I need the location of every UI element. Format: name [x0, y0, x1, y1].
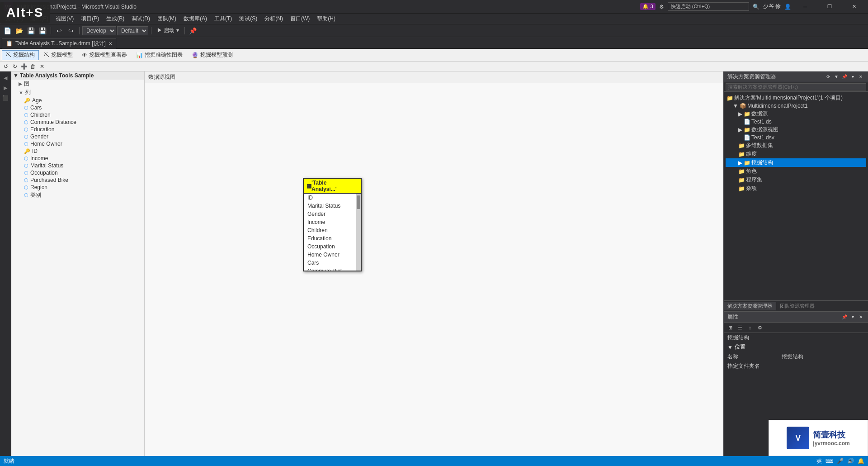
se-item-project[interactable]: ▼ 📦 MultidimensionalProject1 [726, 102, 866, 109]
props-grid-btn[interactable]: ⊞ [726, 323, 735, 332]
quick-launch[interactable]: 快速启动 (Ctrl+Q) [668, 2, 749, 11]
mining-model-btn[interactable]: ⛏ 挖掘模型 [40, 50, 77, 60]
props-close-btn[interactable]: ✕ [857, 314, 864, 321]
tab-close-button[interactable]: ✕ [108, 41, 112, 46]
tree-item-marital[interactable]: ⬡ Marital Status [11, 162, 144, 169]
tree-item-age[interactable]: 🔑 Age [11, 97, 144, 104]
config-dropdown[interactable]: Develop [82, 26, 116, 35]
se-filter-btn[interactable]: ▼ [833, 73, 840, 81]
popup-row-id[interactable]: ID [304, 194, 361, 202]
tree-item-income[interactable]: ⬡ Income [11, 155, 144, 162]
tree-item-gender[interactable]: ⬡ Gender [11, 133, 144, 140]
minimize-button[interactable]: ─ [795, 0, 816, 14]
search-icon[interactable]: 🔍 [753, 4, 760, 10]
redo-btn[interactable]: ↪ [66, 26, 76, 36]
tree-item-commute[interactable]: ⬡ Commute Distance [11, 119, 144, 126]
refresh-btn[interactable]: ↺ [2, 62, 10, 71]
mining-predict-btn[interactable]: 🔮 挖掘模型预测 [188, 50, 237, 60]
tree-section-graph[interactable]: ▶ 图 [11, 80, 144, 88]
tree-section-columns[interactable]: ▼ 列 [11, 88, 144, 97]
menu-project[interactable]: 项目(P) [77, 14, 103, 24]
mining-viewer-btn[interactable]: 👁 挖掘模型查看器 [78, 50, 131, 60]
settings-icon[interactable]: ⚙ [659, 4, 664, 10]
se-item-miningstructure[interactable]: ▶ 📁 挖掘结构 [726, 158, 866, 167]
delete-item-btn[interactable]: 🗑 [29, 62, 37, 71]
menu-team[interactable]: 团队(M) [154, 14, 180, 24]
popup-row-gender[interactable]: Gender [304, 210, 361, 218]
se-dropdown-btn[interactable]: ▾ [849, 73, 856, 81]
popup-table-rows[interactable]: ID Marital Status Gender Income Children… [304, 194, 361, 271]
menu-database[interactable]: 数据库(A) [180, 14, 211, 24]
menu-build[interactable]: 生成(B) [103, 14, 128, 24]
se-item-assembly[interactable]: 📁 程序集 [726, 176, 866, 184]
tree-item-id[interactable]: 🔑 ID [11, 147, 144, 155]
se-item-misc[interactable]: 📁 杂项 [726, 184, 866, 193]
se-item-datasource[interactable]: ▶ 📁 数据源 [726, 109, 866, 118]
tree-item-occupation[interactable]: ⬡ Occupation [11, 169, 144, 176]
popup-row-commute[interactable]: Commute Dist... [304, 267, 361, 271]
props-sort-btn[interactable]: ↕ [745, 323, 755, 332]
redo-sub-btn[interactable]: ↻ [11, 62, 19, 71]
save-all-btn[interactable]: 💾 [37, 26, 48, 36]
popup-row-children[interactable]: Children [304, 226, 361, 234]
mining-accuracy-btn[interactable]: 📊 挖掘准确性图表 [132, 50, 187, 60]
tab-solution-explorer[interactable]: 解决方案资源管理器 [724, 302, 776, 310]
popup-row-income[interactable]: Income [304, 218, 361, 226]
sidebar-icon-3[interactable]: ⬛ [1, 93, 10, 102]
tree-item-homeowner[interactable]: ⬡ Home Owner [11, 140, 144, 147]
tree-item-purchasedbike[interactable]: ⬡ Purchased Bike [11, 176, 144, 184]
se-item-datasourceview[interactable]: ▶ 📁 数据源视图 [726, 125, 866, 134]
se-item-test1ds[interactable]: 📄 Test1.ds [726, 118, 866, 125]
props-pin-btn[interactable]: 📌 [841, 314, 848, 321]
menu-window[interactable]: 窗口(W) [287, 14, 313, 24]
menu-help[interactable]: 帮助(H) [313, 14, 339, 24]
se-item-role[interactable]: 📁 角色 [726, 167, 866, 176]
popup-row-education[interactable]: Education [304, 234, 361, 243]
menu-debug[interactable]: 调试(D) [128, 14, 154, 24]
tree-item-children[interactable]: ⬡ Children [11, 111, 144, 119]
close-sub-btn[interactable]: ✕ [38, 62, 46, 71]
menu-tools[interactable]: 工具(T) [211, 14, 236, 24]
props-value-folder[interactable] [778, 362, 868, 371]
se-search-input[interactable] [726, 83, 866, 90]
se-item-multidim[interactable]: 📁 多维数据集 [726, 141, 866, 150]
menu-test[interactable]: 测试(S) [236, 14, 261, 24]
popup-row-cars[interactable]: Cars [304, 259, 361, 267]
tree-item-education[interactable]: ⬡ Education [11, 126, 144, 133]
popup-row-occupation[interactable]: Occupation [304, 243, 361, 251]
restore-button[interactable]: ❐ [819, 0, 840, 14]
new-btn[interactable]: 📄 [2, 26, 13, 36]
close-button[interactable]: ✕ [844, 0, 864, 14]
popup-scrollbar[interactable] [356, 194, 361, 271]
se-pin-btn[interactable]: 📌 [841, 73, 848, 81]
tab-team-explorer[interactable]: 团队资源管理器 [776, 302, 818, 310]
tree-item-region[interactable]: ⬡ Region [11, 184, 144, 191]
save-btn[interactable]: 💾 [25, 26, 36, 36]
platform-dropdown[interactable]: Default [117, 26, 148, 35]
tree-item-category[interactable]: ⬡ 类别 [11, 191, 144, 200]
menu-view[interactable]: 视图(V) [52, 14, 77, 24]
se-sync-btn[interactable]: ⟳ [825, 73, 832, 81]
pin-btn[interactable]: 📌 [188, 26, 198, 36]
tree-item-cars[interactable]: ⬡ Cars [11, 104, 144, 111]
popup-row-homeowner[interactable]: Home Owner [304, 251, 361, 259]
open-btn[interactable]: 📂 [14, 26, 24, 36]
se-item-solution[interactable]: 📁 解决方案'MultidimensionalProject1'(1 个项目) [726, 94, 866, 102]
se-item-dimension[interactable]: 📁 维度 [726, 150, 866, 158]
props-filter-btn[interactable]: ⚙ [755, 323, 764, 332]
props-value-name[interactable]: 挖掘结构 [778, 352, 868, 361]
add-item-btn[interactable]: ➕ [20, 62, 28, 71]
canvas-area[interactable]: ▦ 'Table Analysi...' ID Marital Status G… [145, 83, 723, 456]
props-list-btn[interactable]: ☰ [736, 323, 745, 332]
run-button[interactable]: ▶ 启动 ▾ [154, 26, 182, 35]
props-dropdown-btn[interactable]: ▾ [849, 314, 856, 321]
menu-analyze[interactable]: 分析(N) [261, 14, 287, 24]
document-tab[interactable]: 📋 Table Analysis T...Sample.dmm [设计] ✕ [2, 38, 116, 49]
sidebar-icon-1[interactable]: ◀ [1, 73, 10, 82]
se-item-test1dsv[interactable]: 📄 Test1.dsv [726, 134, 866, 141]
popup-row-marital[interactable]: Marital Status [304, 202, 361, 210]
undo-btn[interactable]: ↩ [54, 26, 65, 36]
sidebar-icon-2[interactable]: ▶ [1, 83, 10, 92]
mining-structure-btn[interactable]: ⛏ 挖掘结构 [2, 50, 39, 60]
se-close-btn[interactable]: ✕ [857, 73, 864, 81]
